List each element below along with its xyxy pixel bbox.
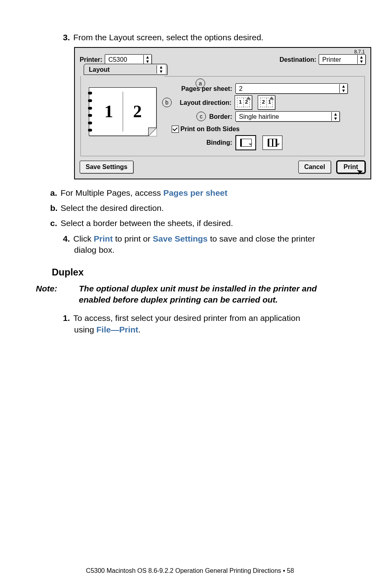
save-settings-button[interactable]: Save Settings (80, 161, 133, 173)
layout-direction-label: Layout direction: (172, 98, 231, 107)
substep-a-letter: a. (50, 187, 61, 199)
substep-a-pre: For Multiple Pages, access (61, 188, 163, 197)
substep-b: b.Select the desired direction. (50, 203, 344, 214)
page-preview: 1 2 (81, 82, 165, 152)
substep-b-letter: b. (50, 203, 61, 214)
step-4-p1: Click (73, 234, 94, 243)
page-footer: C5300 Macintosh OS 8.6-9.2.2 Operation G… (36, 566, 344, 575)
layout-direction-lr[interactable]: 12 (235, 95, 252, 110)
updown-icon: ▲▼ (143, 55, 151, 64)
binding-left[interactable] (235, 135, 256, 150)
substep-c: c.Select a border between the sheets, if… (50, 218, 344, 229)
updown-icon: ▲▼ (357, 55, 365, 64)
note: Note: The optional duplex unit must be i… (36, 283, 344, 306)
ld-cell: 2 (261, 98, 267, 107)
layout-direction-rl[interactable]: 21 (258, 95, 275, 110)
panel-tab-label: Layout (84, 65, 157, 74)
substep-c-letter: c. (50, 218, 61, 229)
note-text: The optional duplex unit must be install… (79, 283, 344, 306)
layout-panel: 1 2 a Pages per sheet: 2 ▲▼ (80, 76, 365, 156)
print-dialog: 8.7.1 Printer: C5300 ▲▼ Destination: Pri… (74, 47, 371, 179)
duplex-step-1-accent: File—Print (96, 325, 138, 334)
step-4-p2: to print or (113, 234, 153, 243)
ld-cell: 1 (237, 98, 244, 107)
duplex-step-1: 1.To access, first select your desired p… (63, 313, 344, 335)
ld-cell: 2 (244, 98, 250, 107)
duplex-heading: Duplex (52, 266, 344, 279)
binding-top[interactable] (262, 136, 282, 150)
step-4-a1: Print (94, 234, 113, 243)
printer-value: C5300 (105, 55, 143, 64)
duplex-step-1-num: 1. (63, 313, 73, 324)
border-value: Single hairline (236, 112, 331, 121)
printer-select[interactable]: C5300 ▲▼ (105, 54, 152, 65)
ld-cell: 1 (267, 98, 273, 107)
callout-c: c (196, 112, 206, 121)
duplex-step-1-p1: To access, first select your desired pri… (73, 313, 300, 323)
binding-label: Binding: (165, 138, 232, 147)
destination-select[interactable]: Printer ▲▼ (319, 54, 366, 65)
preview-2: 2 (133, 100, 142, 123)
destination-label: Destination: (280, 55, 316, 64)
destination-value: Printer (319, 55, 357, 64)
callout-b: b (162, 98, 172, 107)
pages-per-sheet-value: 2 (236, 85, 339, 93)
substep-c-text: Select a border between the sheets, if d… (61, 218, 233, 228)
preview-1: 1 (104, 100, 113, 123)
substep-b-text: Select the desired direction. (61, 203, 164, 212)
print-both-sides-label: Print on Both Sides (180, 125, 239, 134)
duplex-step-1-c2: . (138, 325, 141, 334)
substep-a: a.For Multiple Pages, access Pages per s… (50, 187, 344, 199)
cancel-button[interactable]: Cancel (298, 161, 331, 173)
step-3-num: 3. (63, 32, 73, 43)
updown-icon: ▲▼ (339, 84, 347, 93)
panel-tab[interactable]: Layout ▲▼ (84, 64, 167, 75)
step-4: 4.Click Print to print or Save Settings … (63, 233, 344, 256)
border-select[interactable]: Single hairline ▲▼ (235, 111, 340, 122)
step-3-text: From the Layout screen, select the optio… (73, 33, 263, 42)
updown-icon: ▲▼ (331, 112, 339, 121)
step-4-cont: dialog box. (74, 244, 344, 256)
note-label: Note: (36, 283, 79, 306)
step-4-a2: Save Settings (153, 234, 208, 243)
pages-per-sheet-select[interactable]: 2 ▲▼ (235, 83, 348, 94)
dialog-version: 8.7.1 (354, 49, 365, 55)
substep-a-accent: Pages per sheet (163, 188, 227, 197)
step-4-num: 4. (63, 233, 73, 244)
print-both-sides-checkbox[interactable] (172, 126, 179, 133)
border-label: Border: (207, 112, 232, 121)
step-3: 3.From the Layout screen, select the opt… (63, 32, 344, 43)
step-4-p3: to save and close the printer (208, 234, 315, 243)
updown-icon: ▲▼ (157, 65, 165, 74)
printer-label: Printer: (80, 55, 102, 64)
duplex-step-1-c1: using (74, 325, 96, 334)
